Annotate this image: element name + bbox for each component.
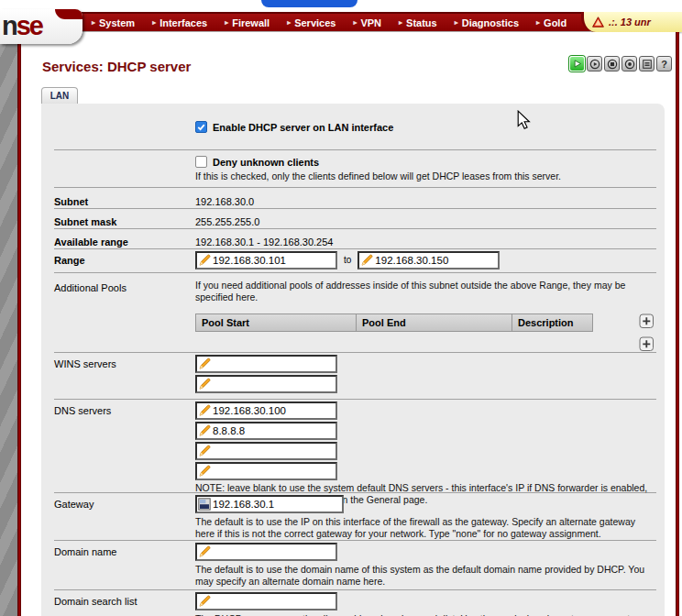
pencil-icon xyxy=(360,254,373,267)
notices-bar[interactable]: .:. 13 unr xyxy=(581,12,682,32)
enable-dhcp-checkbox[interactable] xyxy=(195,121,207,133)
domain-search-label: Domain search list xyxy=(54,592,192,616)
pool-description-column: Description xyxy=(512,314,593,332)
subnet-mask-label: Subnet mask xyxy=(54,213,192,228)
deny-unknown-checkbox[interactable] xyxy=(195,156,207,168)
row-enable-dhcp: Enable DHCP server on LAN interface xyxy=(54,104,656,150)
enable-dhcp-label: Enable DHCP server on LAN interface xyxy=(213,122,393,133)
nav-item-firewall[interactable]: ▸Firewall xyxy=(225,17,270,28)
row-subnet-mask: Subnet mask 255.255.255.0 xyxy=(54,209,656,229)
help-icon[interactable]: ? xyxy=(656,56,672,72)
nav-bullet-icon: ▸ xyxy=(536,18,540,27)
row-wins-servers: WINS servers xyxy=(54,353,656,400)
header-actions: ? xyxy=(569,56,672,72)
pool-end-column: Pool End xyxy=(357,314,512,332)
dns-server-1-input[interactable] xyxy=(213,403,336,418)
deny-unknown-label: Deny unknown clients xyxy=(213,157,319,168)
row-domain-search-list: Domain search list The DHCP server can o… xyxy=(54,590,656,616)
domain-name-input[interactable] xyxy=(213,544,336,559)
nav-item-gold[interactable]: ▸Gold xyxy=(536,17,566,28)
nav-bullet-icon: ▸ xyxy=(287,18,291,27)
nav-bullet-icon: ▸ xyxy=(455,18,458,27)
domain-name-label: Domain name xyxy=(54,543,192,589)
browser-pill-decoration xyxy=(261,0,358,7)
nav-item-interfaces[interactable]: ▸Interfaces xyxy=(152,17,207,28)
nav-bullet-icon: ▸ xyxy=(353,18,357,27)
spacer xyxy=(54,156,192,187)
right-red-border xyxy=(676,32,679,616)
range-from-input[interactable] xyxy=(213,253,336,268)
row-subnet: Subnet 192.168.30.0 xyxy=(54,188,656,209)
range-to-label: to xyxy=(344,251,351,272)
row-available-range: Available range 192.168.30.1 - 192.168.3… xyxy=(54,229,656,249)
pools-table-header: Pool Start Pool End Description xyxy=(195,314,593,352)
page-title: Services: DHCP server xyxy=(42,59,191,74)
pool-start-column: Pool Start xyxy=(195,314,357,332)
log-icon[interactable] xyxy=(639,56,654,72)
gateway-description: The default is to use the IP on this int… xyxy=(195,516,656,540)
range-to-input[interactable] xyxy=(375,253,498,268)
logo-red-swoosh xyxy=(55,9,82,19)
wins-server-2-input[interactable] xyxy=(213,377,336,391)
spacer xyxy=(54,121,192,149)
help-glyph: ? xyxy=(661,59,667,70)
nav-bullet-icon: ▸ xyxy=(399,18,402,27)
domain-name-description: The default is to use the domain name of… xyxy=(195,564,656,588)
nav-item-services[interactable]: ▸Services xyxy=(287,17,336,28)
left-red-border xyxy=(17,32,21,616)
service-stop-icon[interactable] xyxy=(604,56,620,72)
dns-server-3-input[interactable] xyxy=(213,444,336,458)
nav-bullet-icon: ▸ xyxy=(92,18,95,27)
dns-server-2-input[interactable] xyxy=(213,424,336,438)
add-pool-icon[interactable] xyxy=(639,336,654,352)
pencil-icon xyxy=(198,424,211,437)
nav-bullet-icon: ▸ xyxy=(225,18,228,27)
status-icon[interactable] xyxy=(622,56,637,72)
checkmark-icon xyxy=(196,122,206,132)
nav-item-vpn[interactable]: ▸VPN xyxy=(353,17,381,28)
nav-item-system[interactable]: ▸System xyxy=(92,17,135,28)
top-navbar: ▸System ▸Interfaces ▸Firewall ▸Services … xyxy=(0,12,682,31)
dhcp-form-panel: Enable DHCP server on LAN interface Deny… xyxy=(41,104,665,616)
nav-item-status[interactable]: ▸Status xyxy=(399,17,437,28)
pencil-icon xyxy=(198,445,211,457)
subnet-value: 192.168.30.0 xyxy=(192,192,656,208)
pencil-icon xyxy=(198,358,211,370)
pencil-icon xyxy=(198,595,211,608)
pfsense-logo: nse xyxy=(0,9,82,44)
gateway-label: Gateway xyxy=(54,495,192,540)
deny-unknown-description: If this is checked, only the clients def… xyxy=(195,170,656,182)
domain-search-input[interactable] xyxy=(213,594,336,609)
dns-server-4-input[interactable] xyxy=(213,464,336,478)
left-texture-strip xyxy=(0,32,17,616)
dns-servers-label: DNS servers xyxy=(54,402,192,492)
subnet-mask-value: 255.255.255.0 xyxy=(192,213,656,228)
pencil-icon xyxy=(198,378,211,390)
nav-item-diagnostics[interactable]: ▸Diagnostics xyxy=(455,17,519,28)
warning-triangle-icon xyxy=(592,16,604,28)
row-dns-servers: DNS servers NOTE: leave b xyxy=(54,400,656,493)
service-running-icon xyxy=(569,56,585,72)
pfsense-dhcp-page: ▸System ▸Interfaces ▸Firewall ▸Services … xyxy=(0,0,682,616)
add-pool-icon[interactable] xyxy=(639,314,654,329)
wins-servers-label: WINS servers xyxy=(54,355,192,399)
available-range-label: Available range xyxy=(54,233,192,248)
gateway-field-icon xyxy=(198,498,211,511)
logo-text: n xyxy=(2,11,16,40)
nav-bullet-icon: ▸ xyxy=(152,18,156,27)
pencil-icon xyxy=(198,545,211,558)
logo-text-accent: se xyxy=(16,11,42,40)
range-label: Range xyxy=(54,251,192,272)
wins-server-1-input[interactable] xyxy=(213,357,336,371)
row-gateway: Gateway The default is to use the IP on … xyxy=(54,493,656,541)
gateway-input[interactable] xyxy=(213,497,342,512)
available-range-value: 192.168.30.1 - 192.168.30.254 xyxy=(192,233,656,248)
row-range: Range to xyxy=(54,249,656,273)
pencil-icon xyxy=(198,254,211,267)
pencil-icon xyxy=(198,465,211,478)
row-domain-name: Domain name The default is to use the do… xyxy=(54,541,656,590)
service-restart-icon[interactable] xyxy=(587,56,602,72)
additional-pools-label: Additional Pools xyxy=(54,279,192,352)
tab-lan[interactable]: LAN xyxy=(41,87,78,104)
row-deny-unknown: Deny unknown clients If this is checked,… xyxy=(54,150,656,188)
